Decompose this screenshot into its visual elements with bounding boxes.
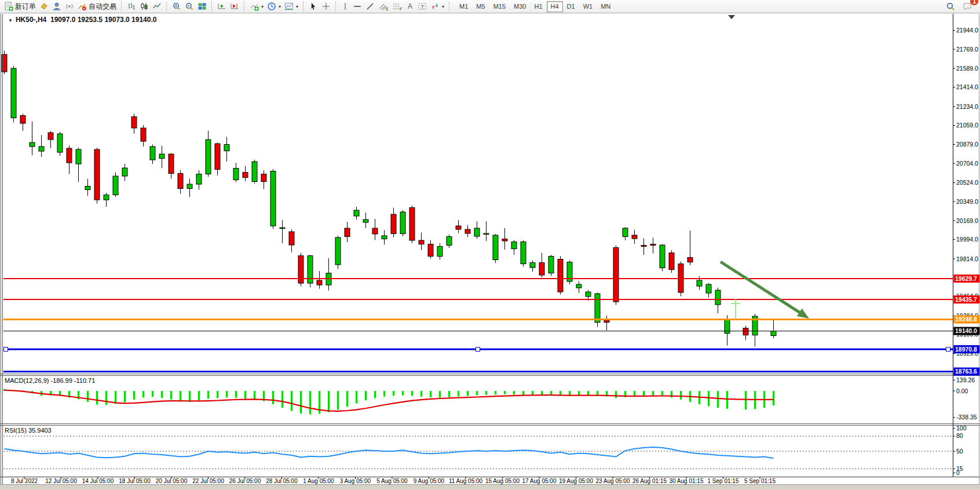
candle-bearish[interactable]: [669, 253, 674, 270]
timeframe-m1[interactable]: M1: [455, 1, 472, 12]
candle-bullish[interactable]: [187, 184, 192, 189]
new-order-button[interactable]: 新订单: [2, 1, 38, 12]
candle-bullish[interactable]: [437, 247, 443, 257]
candle-bullish[interactable]: [354, 210, 359, 216]
candle-bullish[interactable]: [104, 195, 109, 200]
candle-bearish[interactable]: [650, 244, 656, 246]
channel-tool[interactable]: E: [376, 1, 390, 12]
candle-bullish[interactable]: [30, 142, 35, 147]
candle-bearish[interactable]: [141, 128, 146, 141]
candle-bearish[interactable]: [243, 173, 248, 178]
candle-bearish[interactable]: [67, 148, 72, 163]
candle-bearish[interactable]: [604, 320, 609, 323]
collapse-triangle-icon[interactable]: ▼: [8, 18, 13, 23]
candle-bullish[interactable]: [576, 284, 582, 288]
horizontal-line-tool[interactable]: [351, 1, 364, 12]
timeframe-h1[interactable]: H1: [530, 1, 546, 12]
candle-bullish[interactable]: [76, 149, 81, 164]
candle-bearish[interactable]: [372, 228, 378, 234]
auto-scroll-button[interactable]: [215, 1, 228, 12]
bar-chart-mode-button[interactable]: [125, 1, 138, 12]
candle-bullish[interactable]: [335, 237, 341, 265]
candle-bearish[interactable]: [317, 280, 322, 285]
candle-bullish[interactable]: [474, 228, 480, 236]
candle-bearish[interactable]: [688, 258, 693, 262]
candle-bullish[interactable]: [595, 294, 600, 323]
profile-button[interactable]: [50, 1, 63, 12]
candle-bearish[interactable]: [428, 244, 433, 257]
candle-bearish[interactable]: [261, 174, 266, 182]
tile-windows-button[interactable]: [196, 1, 209, 12]
candle-bullish[interactable]: [280, 228, 285, 229]
styles-button[interactable]: [38, 1, 50, 12]
timeframe-h4[interactable]: H4: [547, 1, 563, 12]
timeframe-mn[interactable]: MN: [597, 1, 615, 12]
arrows-tool[interactable]: ▾: [429, 1, 446, 12]
text-label-tool[interactable]: T: [416, 1, 429, 12]
candle-bullish[interactable]: [11, 68, 16, 118]
candle-bullish[interactable]: [484, 233, 489, 235]
candle-bearish[interactable]: [94, 149, 100, 200]
candle-bullish[interactable]: [447, 237, 452, 246]
candle-bearish[interactable]: [178, 174, 183, 189]
candle-bullish[interactable]: [206, 140, 211, 174]
candle-bullish[interactable]: [511, 242, 517, 249]
candle-bearish[interactable]: [48, 133, 53, 140]
timeframe-m5[interactable]: M5: [472, 1, 489, 12]
candle-bearish[interactable]: [539, 263, 544, 276]
broadcast-button[interactable]: [63, 1, 76, 12]
chart-shift-button[interactable]: [228, 1, 241, 12]
candle-bullish[interactable]: [39, 147, 44, 151]
candle-bullish[interactable]: [382, 236, 387, 239]
candle-bullish[interactable]: [159, 154, 164, 159]
candle-bullish[interactable]: [85, 187, 90, 190]
cursor-tool-button[interactable]: [307, 1, 320, 12]
templates-button[interactable]: ▾: [283, 1, 300, 12]
candle-bearish[interactable]: [632, 235, 637, 239]
fibonacci-tool[interactable]: F: [390, 1, 404, 12]
line-chart-mode-button[interactable]: [151, 1, 163, 12]
periods-button[interactable]: ▾: [265, 1, 283, 12]
candle-bearish[interactable]: [456, 226, 461, 229]
candle-bullish[interactable]: [706, 284, 711, 293]
candle-bearish[interactable]: [409, 208, 415, 241]
line-selection-handle[interactable]: [946, 348, 950, 352]
candle-bullish[interactable]: [113, 176, 118, 195]
candle-bullish[interactable]: [493, 235, 498, 260]
timeframe-m15[interactable]: M15: [489, 1, 510, 12]
candle-bearish[interactable]: [20, 116, 25, 124]
candle-bearish[interactable]: [289, 232, 294, 245]
zoom-out-button[interactable]: [183, 1, 196, 12]
candle-bullish[interactable]: [530, 263, 535, 268]
line-selection-handle[interactable]: [476, 348, 480, 352]
candle-bearish[interactable]: [743, 328, 748, 335]
candle-bullish[interactable]: [363, 220, 368, 222]
candle-bullish[interactable]: [57, 134, 63, 152]
candlestick-mode-button[interactable]: [138, 1, 151, 12]
candle-bearish[interactable]: [641, 246, 646, 247]
line-selection-handle[interactable]: [4, 348, 8, 352]
candle-bullish[interactable]: [697, 280, 702, 286]
candle-bullish[interactable]: [521, 242, 526, 264]
candle-bullish[interactable]: [233, 169, 239, 180]
candle-bullish[interactable]: [224, 145, 229, 151]
timeframe-m30[interactable]: M30: [510, 1, 530, 12]
candle-bearish[interactable]: [465, 229, 470, 233]
timeframe-w1[interactable]: W1: [579, 1, 597, 12]
candle-bullish[interactable]: [150, 147, 155, 160]
candle-bearish[interactable]: [391, 214, 396, 234]
zoom-in-button[interactable]: [170, 1, 183, 12]
candle-bullish[interactable]: [771, 331, 776, 336]
search-button[interactable]: [944, 1, 957, 12]
candle-bullish[interactable]: [715, 290, 721, 305]
indicators-button[interactable]: ▾: [248, 1, 265, 12]
candle-bearish[interactable]: [345, 228, 350, 237]
candle-bullish[interactable]: [586, 292, 591, 297]
candle-bearish[interactable]: [215, 144, 220, 170]
candle-bullish[interactable]: [623, 228, 628, 237]
trendline-tool[interactable]: [364, 1, 376, 12]
candle-bearish[interactable]: [558, 259, 563, 292]
candle-bearish[interactable]: [419, 240, 424, 244]
crosshair-tool-button[interactable]: [320, 1, 332, 12]
candle-bullish[interactable]: [548, 257, 554, 273]
